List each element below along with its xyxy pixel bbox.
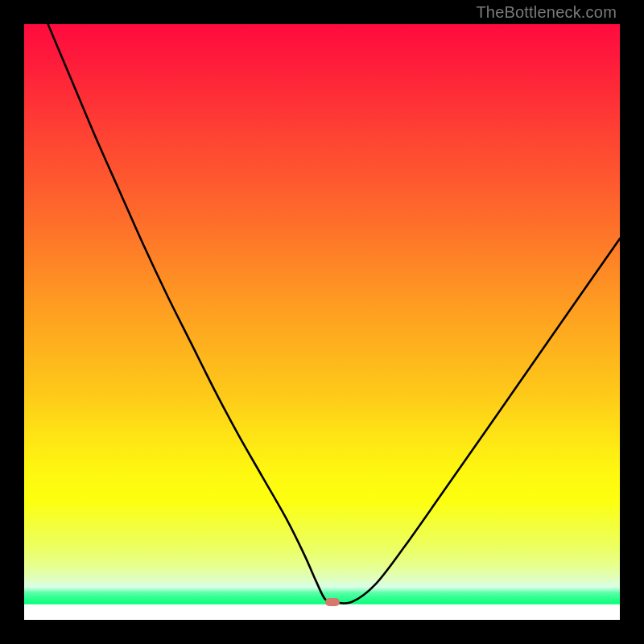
plot-area [24, 24, 620, 620]
optimum-marker [325, 598, 340, 606]
watermark-text: TheBottleneck.com [476, 3, 617, 22]
bottleneck-curve [24, 24, 620, 620]
chart-frame: TheBottleneck.com [0, 0, 644, 644]
